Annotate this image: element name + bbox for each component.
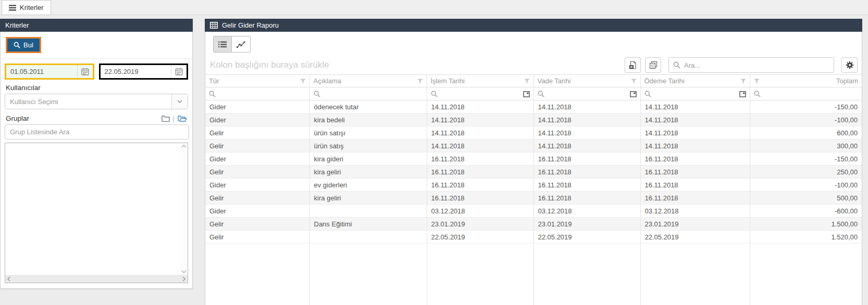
date-from-input[interactable] <box>6 68 77 75</box>
filter-funnel-icon[interactable] <box>740 79 746 84</box>
report-panel-title: Gelir Gider Raporu <box>222 21 279 29</box>
table-row[interactable]: Giderev giderleri16.11.201816.11.201816.… <box>205 179 862 192</box>
find-button[interactable]: Bul <box>6 37 41 53</box>
column-header-vade-tarihi[interactable]: Vade Tarihi <box>534 75 640 87</box>
filter-funnel-icon[interactable] <box>300 79 306 84</box>
filter-cell-aciklama[interactable] <box>309 87 427 100</box>
vertical-scrollbar[interactable] <box>180 143 188 275</box>
filter-cell-toplam[interactable] <box>750 87 862 100</box>
group-panel: Kolon başlığını buraya sürükle <box>205 56 862 74</box>
table-row[interactable]: Gelirürün satışı14.11.201814.11.201814.1… <box>205 126 862 139</box>
cell-vade: 03.12.2018 <box>534 205 640 218</box>
data-grid: Tür Açıklama İşlem Tarihi Vade Tarihi Öd… <box>205 74 862 305</box>
group-search-input[interactable] <box>5 124 189 139</box>
cell-aciklama: kira bedeli <box>309 113 427 126</box>
table-row[interactable]: Giderkira bedeli14.11.201814.11.201814.1… <box>205 113 862 126</box>
cell-tur: Gider <box>205 100 309 113</box>
cell-vade: 22.05.2019 <box>534 231 640 244</box>
scroll-down-icon[interactable] <box>181 270 187 273</box>
table-row[interactable]: Gelirürün satış14.11.201814.11.201814.11… <box>205 139 862 152</box>
cell-toplam: 600,00 <box>750 126 862 139</box>
folder-closed-icon[interactable] <box>162 115 170 122</box>
cell-islem: 22.05.2019 <box>427 231 534 244</box>
cell-odeme: 16.11.2018 <box>640 166 750 179</box>
column-header-tur[interactable]: Tür <box>205 75 309 87</box>
cell-toplam: -600,00 <box>750 205 862 218</box>
horizontal-scrollbar[interactable] <box>5 275 188 283</box>
table-row[interactable]: Gider03.12.201803.12.201803.12.2018-600,… <box>205 205 862 218</box>
filter-funnel-icon[interactable] <box>754 79 760 84</box>
search-icon <box>209 91 216 97</box>
cell-tur: Gelir <box>205 231 309 244</box>
calendar-icon[interactable] <box>523 91 530 97</box>
scroll-right-icon[interactable] <box>182 276 185 282</box>
scroll-left-icon[interactable] <box>7 276 10 282</box>
group-panel-hint[interactable]: Kolon başlığını buraya sürükle <box>209 60 621 70</box>
cell-toplam: 1.500,00 <box>750 218 862 231</box>
cell-odeme: 14.11.2018 <box>640 139 750 152</box>
grid-view-button[interactable] <box>213 36 232 53</box>
date-to-editor[interactable] <box>99 63 189 80</box>
folder-open-icon[interactable] <box>178 115 187 122</box>
table-row[interactable]: GelirDans Eğitimi23.01.201923.01.201923.… <box>205 218 862 231</box>
user-select[interactable] <box>5 94 188 109</box>
scroll-up-icon[interactable] <box>181 145 187 148</box>
list-view-icon <box>218 41 227 48</box>
table-row[interactable]: Gelirkira geliri16.11.201816.11.201816.1… <box>205 192 862 205</box>
cell-tur: Gelir <box>205 139 309 152</box>
settings-button[interactable] <box>841 57 858 73</box>
table-row[interactable]: Gelir22.05.201922.05.201922.05.20191.520… <box>205 231 862 244</box>
date-range-row <box>5 63 188 80</box>
excel-export-button[interactable] <box>625 57 641 73</box>
empty-cell <box>750 244 862 305</box>
cell-tur: Gider <box>205 205 309 218</box>
empty-cell <box>427 244 534 305</box>
chart-view-button[interactable] <box>232 36 251 53</box>
cell-odeme: 14.11.2018 <box>640 100 750 113</box>
calendar-icon[interactable] <box>77 65 93 78</box>
filter-cell-odeme-tarihi[interactable] <box>640 87 750 100</box>
date-to-input[interactable] <box>101 68 171 75</box>
cell-toplam: 1.520,00 <box>750 231 862 244</box>
cell-vade: 14.11.2018 <box>534 126 640 139</box>
cell-islem: 16.11.2018 <box>427 152 534 166</box>
cell-aciklama: ürün satış <box>309 139 427 152</box>
tab-kriterler[interactable]: Kriterler <box>2 0 51 15</box>
cell-vade: 16.11.2018 <box>534 192 640 205</box>
filter-funnel-icon[interactable] <box>417 79 423 84</box>
cell-odeme: 23.01.2019 <box>640 218 750 231</box>
cell-aciklama: kira geliri <box>309 192 427 205</box>
column-chooser-button[interactable] <box>645 57 661 73</box>
grid-search-input[interactable] <box>684 61 829 69</box>
calendar-icon[interactable] <box>739 91 746 97</box>
cell-tur: Gelir <box>205 166 309 179</box>
filter-funnel-icon[interactable] <box>524 79 530 84</box>
filter-cell-tur[interactable] <box>205 87 309 100</box>
empty-cell <box>640 244 750 305</box>
grid-search-box[interactable] <box>668 57 834 73</box>
cell-aciklama: ürün satışı <box>309 126 427 139</box>
table-row[interactable]: Gelirkira geliri16.11.201816.11.201816.1… <box>205 166 862 179</box>
filter-funnel-icon[interactable] <box>631 79 637 84</box>
criteria-panel: Kriterler Bul Kullanıcılar <box>0 19 193 289</box>
filter-cell-islem-tarihi[interactable] <box>427 87 534 100</box>
cell-aciklama: ödenecek tutar <box>309 100 427 113</box>
empty-cell <box>205 244 309 305</box>
column-chooser-icon <box>649 61 658 69</box>
chevron-down-icon[interactable] <box>171 94 188 109</box>
column-header-islem-tarihi[interactable]: İşlem Tarihi <box>427 75 534 87</box>
empty-cell <box>534 244 640 305</box>
column-header-aciklama[interactable]: Açıklama <box>309 75 427 87</box>
table-row[interactable]: Giderödenecek tutar14.11.201814.11.20181… <box>205 100 862 113</box>
date-from-editor[interactable] <box>5 63 94 80</box>
filter-cell-vade-tarihi[interactable] <box>534 87 640 100</box>
cell-vade: 14.11.2018 <box>534 113 640 126</box>
user-select-input[interactable] <box>5 98 171 106</box>
column-header-odeme-tarihi[interactable]: Ödeme Tarihi <box>640 75 750 87</box>
calendar-icon[interactable] <box>171 65 187 78</box>
group-list <box>5 143 188 283</box>
table-row[interactable]: Giderkira gideri16.11.201816.11.201816.1… <box>205 152 862 166</box>
cell-islem: 16.11.2018 <box>427 166 534 179</box>
calendar-icon[interactable] <box>630 91 637 97</box>
column-header-toplam[interactable]: Toplam <box>750 75 862 87</box>
